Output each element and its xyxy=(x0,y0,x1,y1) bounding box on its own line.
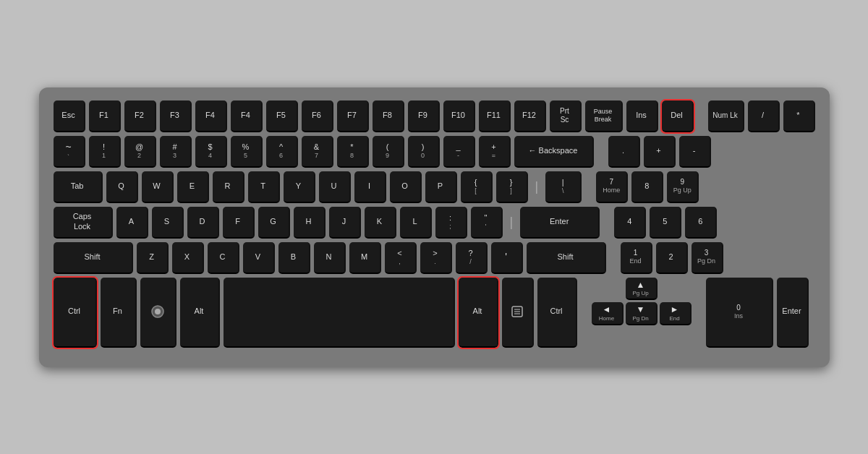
key-8[interactable]: *8 xyxy=(337,136,369,168)
key-quote[interactable]: "' xyxy=(471,207,503,239)
key-np-7[interactable]: 7Home xyxy=(596,171,628,203)
key-backslash[interactable]: |\ xyxy=(545,171,582,203)
key-f10[interactable]: F10 xyxy=(443,100,475,132)
key-np-9[interactable]: 9Pg Up xyxy=(667,171,699,203)
key-arrow-down[interactable]: ▼Pg Dn xyxy=(626,302,658,325)
key-capslock[interactable]: CapsLock xyxy=(54,207,113,239)
key-f4[interactable]: F4 xyxy=(195,100,227,132)
key-f5[interactable]: F5 xyxy=(266,100,298,132)
key-g[interactable]: G xyxy=(258,207,290,239)
key-c[interactable]: C xyxy=(208,242,239,274)
key-np-3[interactable]: 3Pg Dn xyxy=(692,242,723,274)
key-n[interactable]: N xyxy=(314,242,346,274)
key-shift-left[interactable]: Shift xyxy=(54,242,133,274)
key-slash[interactable]: ?/ xyxy=(456,242,488,274)
key-z[interactable]: Z xyxy=(137,242,169,274)
key-f[interactable]: F xyxy=(223,207,255,239)
key-u[interactable]: U xyxy=(319,171,351,203)
key-p[interactable]: P xyxy=(425,171,457,203)
key-m[interactable]: M xyxy=(349,242,381,274)
key-del[interactable]: Del xyxy=(662,100,694,132)
key-np-dot-top[interactable]: . xyxy=(608,136,640,168)
key-ctrl-left[interactable]: Ctrl xyxy=(54,278,97,348)
key-np-minus[interactable]: - xyxy=(679,136,711,168)
key-e[interactable]: E xyxy=(177,171,209,203)
key-alt-right[interactable]: Alt xyxy=(459,278,498,348)
key-ins[interactable]: Ins xyxy=(626,100,658,132)
key-2[interactable]: @2 xyxy=(124,136,156,168)
key-np-plus-top[interactable]: + xyxy=(644,136,676,168)
key-f7[interactable]: F7 xyxy=(337,100,369,132)
key-f4b[interactable]: F4 xyxy=(231,100,263,132)
key-np-slash[interactable]: / xyxy=(748,100,780,132)
key-pause[interactable]: PauseBreak xyxy=(585,100,623,132)
key-4[interactable]: $4 xyxy=(195,136,227,168)
key-f1[interactable]: F1 xyxy=(89,100,121,132)
key-b[interactable]: B xyxy=(278,242,310,274)
key-3[interactable]: #3 xyxy=(160,136,192,168)
key-arrow-up[interactable]: ▲Pg Up xyxy=(626,278,658,301)
key-np-star[interactable]: * xyxy=(783,100,815,132)
key-np-1[interactable]: 1End xyxy=(621,242,652,274)
key-np-2[interactable]: 2 xyxy=(656,242,688,274)
key-rquote[interactable]: ' xyxy=(491,242,523,274)
key-equals[interactable]: += xyxy=(479,136,511,168)
key-7[interactable]: &7 xyxy=(302,136,333,168)
key-arrow-right[interactable]: ►End xyxy=(660,302,692,325)
key-o[interactable]: O xyxy=(390,171,422,203)
key-comma[interactable]: <, xyxy=(385,242,417,274)
key-l[interactable]: L xyxy=(400,207,432,239)
key-k[interactable]: K xyxy=(365,207,396,239)
key-alt-left[interactable]: Alt xyxy=(180,278,220,348)
key-period[interactable]: >. xyxy=(420,242,452,274)
key-w[interactable]: W xyxy=(142,171,174,203)
key-tilde[interactable]: ~` xyxy=(54,136,85,168)
key-esc[interactable]: Esc xyxy=(54,100,85,132)
key-x[interactable]: X xyxy=(172,242,204,274)
key-tab[interactable]: Tab xyxy=(54,171,103,203)
key-numlk[interactable]: Num Lk xyxy=(708,100,744,132)
key-j[interactable]: J xyxy=(329,207,361,239)
key-r[interactable]: R xyxy=(213,171,244,203)
key-0[interactable]: )0 xyxy=(408,136,440,168)
key-np-8[interactable]: 8 xyxy=(631,171,663,203)
key-s[interactable]: S xyxy=(152,207,184,239)
key-f2[interactable]: F2 xyxy=(124,100,156,132)
key-1[interactable]: !1 xyxy=(89,136,121,168)
key-f8[interactable]: F8 xyxy=(373,100,404,132)
key-y[interactable]: Y xyxy=(284,171,315,203)
key-np-5[interactable]: 5 xyxy=(650,207,681,239)
key-q[interactable]: Q xyxy=(106,171,138,203)
key-shift-right[interactable]: Shift xyxy=(527,242,606,274)
key-semicolon[interactable]: :; xyxy=(435,207,467,239)
key-np-4[interactable]: 4 xyxy=(614,207,646,239)
key-9[interactable]: (9 xyxy=(373,136,404,168)
key-menu[interactable] xyxy=(502,278,534,348)
key-np-enter[interactable]: Enter xyxy=(777,278,809,348)
key-v[interactable]: V xyxy=(243,242,275,274)
key-6[interactable]: ^6 xyxy=(266,136,298,168)
key-f11[interactable]: F11 xyxy=(479,100,511,132)
key-win[interactable] xyxy=(140,278,176,348)
key-np-0[interactable]: 0Ins xyxy=(706,278,773,348)
key-enter[interactable]: Enter xyxy=(520,207,600,239)
key-a[interactable]: A xyxy=(116,207,148,239)
key-arrow-left[interactable]: ◄Home xyxy=(592,302,624,325)
key-backspace[interactable]: ← Backspace xyxy=(514,136,594,168)
key-fn[interactable]: Fn xyxy=(101,278,137,348)
key-space[interactable] xyxy=(224,278,455,348)
key-np-6[interactable]: 6 xyxy=(685,207,717,239)
key-lbracket[interactable]: {[ xyxy=(461,171,493,203)
key-h[interactable]: H xyxy=(294,207,326,239)
key-d[interactable]: D xyxy=(187,207,219,239)
key-ctrl-right[interactable]: Ctrl xyxy=(537,278,577,348)
key-5[interactable]: %5 xyxy=(231,136,263,168)
key-f6[interactable]: F6 xyxy=(302,100,333,132)
key-i[interactable]: I xyxy=(354,171,386,203)
key-t[interactable]: T xyxy=(248,171,280,203)
key-f3[interactable]: F3 xyxy=(160,100,192,132)
key-prtsc[interactable]: PrtSc xyxy=(550,100,582,132)
key-rbracket[interactable]: }] xyxy=(496,171,528,203)
key-f9[interactable]: F9 xyxy=(408,100,440,132)
key-minus[interactable]: _- xyxy=(443,136,475,168)
